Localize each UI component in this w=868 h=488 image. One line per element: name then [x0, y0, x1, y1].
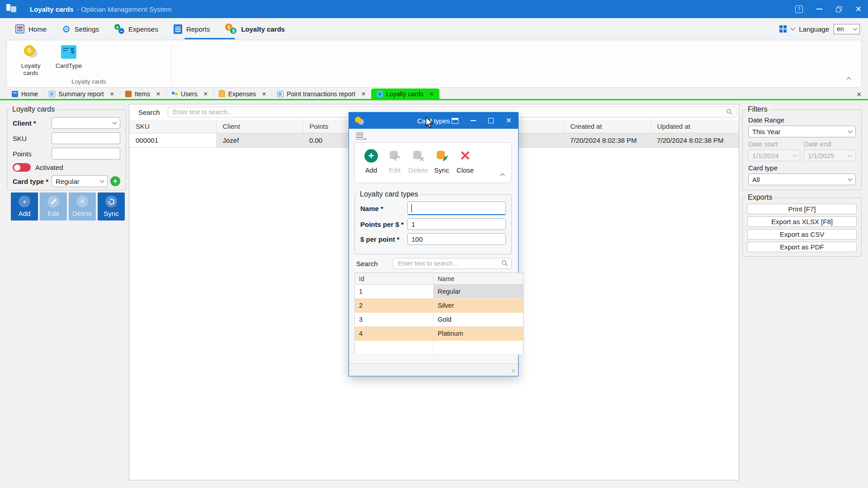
ribbon-group-divider	[171, 44, 171, 84]
maximize-icon[interactable]	[488, 118, 494, 123]
cell-id: 4	[355, 327, 434, 341]
sync-label: Sync	[434, 166, 449, 174]
doc-tab-loyalty-cards[interactable]: $ Loyalty cards ✕	[371, 89, 439, 99]
date-range-select[interactable]: This Year	[748, 126, 856, 137]
database-delete-icon	[411, 148, 425, 164]
activated-toggle[interactable]	[13, 163, 31, 172]
add-card-type-button[interactable]: +	[110, 176, 120, 186]
close-icon[interactable]: ✕	[506, 117, 512, 124]
chevron-down-icon	[363, 137, 367, 140]
collapse-toolbar-icon[interactable]	[500, 174, 505, 178]
points-field[interactable]	[52, 148, 120, 160]
cell-created-at: 7/20/2024 8:02:38 PM	[564, 133, 651, 148]
close-tab-icon[interactable]: ✕	[429, 91, 434, 97]
points-per-dollar-field[interactable]	[407, 218, 506, 230]
sync-button[interactable]: Sync	[432, 148, 452, 183]
export-csv-button[interactable]: Export as CSV	[747, 229, 857, 239]
client-select[interactable]	[52, 117, 120, 129]
close-tab-icon[interactable]: ✕	[110, 91, 114, 97]
add-button[interactable]: + Add	[361, 148, 381, 183]
doc-tab-items[interactable]: Items ✕	[120, 89, 166, 99]
doc-tab-users[interactable]: Users ✕	[166, 89, 213, 99]
sync-button-label: Sync	[104, 210, 118, 217]
search-icon[interactable]	[726, 108, 733, 117]
ribbon-tab-settings[interactable]: ⚙ Settings	[62, 24, 99, 34]
name-field[interactable]	[407, 202, 506, 215]
add-button-label: Add	[19, 210, 31, 217]
close-tab-icon[interactable]: ✕	[156, 91, 160, 97]
card-type-search-input[interactable]	[393, 258, 512, 269]
column-header-sku[interactable]: SKU	[129, 120, 216, 133]
table-row[interactable]: 2 Silver	[355, 299, 524, 313]
card-type-select[interactable]: Regular	[52, 175, 108, 187]
date-end-select: 1/1/2025	[804, 150, 856, 161]
ribbon-tab-loyalty-cards[interactable]: €$ Loyalty cards	[225, 23, 285, 34]
print-button[interactable]: Print [F7]	[747, 204, 857, 214]
chevron-down-icon[interactable]	[791, 26, 795, 31]
doc-tab-point-transactions-report[interactable]: Point transactions report ✕	[272, 89, 371, 99]
card-type-value: Regular	[56, 178, 80, 185]
sku-field[interactable]	[52, 132, 120, 144]
close-icon[interactable]: ✕	[855, 5, 862, 13]
close-tab-icon[interactable]: ✕	[262, 91, 266, 97]
column-header-client[interactable]: Client	[216, 120, 303, 133]
date-range-value: This Year	[752, 128, 781, 136]
table-row[interactable]: 4 Platinum	[355, 327, 524, 341]
ribbon-button-loyalty-cards[interactable]: 05 Loyalty cards	[14, 44, 47, 76]
close-tab-icon[interactable]: ✕	[361, 91, 366, 97]
plus-minus-icon: +−	[114, 24, 124, 34]
doc-tab-label: Loyalty cards	[386, 90, 423, 98]
app-logo-icon	[5, 3, 17, 15]
report-icon	[174, 24, 182, 34]
layout-options-icon[interactable]	[356, 132, 366, 140]
home-tab-icon	[12, 91, 18, 97]
search-icon[interactable]	[501, 260, 508, 268]
close-button[interactable]: ✕ Close	[455, 148, 475, 183]
doc-tab-expenses[interactable]: Expenses ✕	[213, 89, 272, 99]
x-icon: ✕	[76, 196, 88, 207]
close-tab-icon[interactable]: ✕	[203, 91, 208, 97]
form-legend: Loyalty card types	[358, 190, 420, 198]
minimize-icon[interactable]	[471, 120, 476, 121]
help-icon[interactable]: ?	[795, 5, 803, 13]
minimize-icon[interactable]	[816, 9, 822, 9]
language-select[interactable]: en	[834, 24, 860, 34]
column-header-updated-at[interactable]: Updated at	[651, 120, 739, 133]
export-xlsx-button[interactable]: Export as XLSX [F8]	[747, 216, 857, 227]
restore-icon[interactable]	[836, 6, 842, 12]
ribbon-tab-reports[interactable]: Reports	[174, 24, 210, 34]
database-sync-icon	[435, 148, 448, 164]
delete-button: ✕ Delete	[69, 192, 96, 221]
doc-tab-home[interactable]: Home	[6, 89, 43, 99]
card-type-filter-select[interactable]: All	[748, 174, 856, 185]
export-pdf-button[interactable]: Export as PDF	[747, 242, 857, 252]
doc-tab-summary-report[interactable]: Summary report ✕	[43, 89, 119, 99]
add-button[interactable]: ＋ Add	[11, 192, 38, 221]
dollar-per-point-field[interactable]	[407, 233, 506, 245]
resize-grip[interactable]	[512, 369, 515, 373]
column-header-name[interactable]: Name	[434, 273, 524, 285]
ribbon-button-cardtype[interactable]: $ CardType	[52, 44, 85, 70]
dock-icon[interactable]	[452, 118, 458, 124]
collapse-ribbon-icon[interactable]	[847, 77, 851, 82]
apps-grid-icon[interactable]	[779, 25, 787, 33]
doc-tab-label: Users	[181, 90, 198, 98]
doc-tab-label: Expenses	[228, 90, 256, 98]
close-all-tabs-icon[interactable]: ✕	[856, 91, 862, 98]
table-row-empty	[355, 341, 524, 355]
column-header-id[interactable]: Id	[355, 273, 434, 285]
chevron-down-icon	[848, 177, 853, 181]
table-row[interactable]: 1 Regular	[355, 285, 524, 299]
delete-button: Delete	[408, 148, 428, 183]
ribbon-tab-expenses[interactable]: +− Expenses	[114, 24, 158, 34]
doc-tab-label: Home	[21, 90, 38, 98]
ribbon-tab-home[interactable]: Home	[15, 24, 47, 33]
plus-icon: ＋	[19, 196, 30, 207]
cell-client: Jozef	[216, 133, 303, 148]
sync-button[interactable]: Sync	[98, 192, 125, 221]
text-caret	[411, 204, 412, 212]
column-header-created-at[interactable]: Created at	[564, 120, 651, 133]
users-tab-icon	[171, 91, 178, 97]
cell-sku: 000001	[129, 133, 216, 148]
table-row[interactable]: 3 Gold	[355, 313, 524, 327]
